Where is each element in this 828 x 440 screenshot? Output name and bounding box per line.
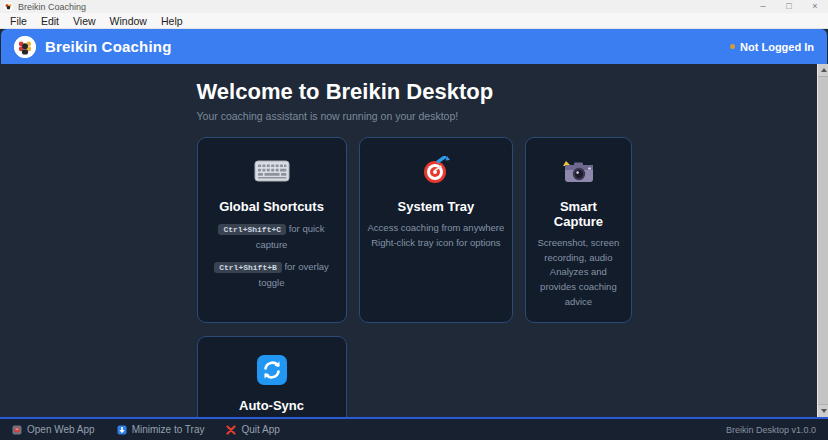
title-bar: Breikin Coaching – □ ×: [0, 0, 828, 13]
quit-app-label: Quit App: [241, 424, 279, 435]
kbd-chip: Ctrl+Shift+C: [218, 224, 286, 235]
scrollbar-up-button[interactable]: [818, 64, 828, 76]
sync-icon: [257, 355, 287, 385]
brand-logo: [14, 36, 36, 58]
card-title: Auto-Sync: [206, 398, 338, 413]
close-window-button[interactable]: ×: [802, 0, 828, 13]
main-content: Welcome to Breikin Desktop Your coaching…: [0, 64, 828, 417]
vertical-scrollbar[interactable]: [817, 64, 828, 417]
card-title: Global Shortcuts: [206, 199, 338, 214]
scrollbar-down-icon: [821, 409, 827, 413]
quit-app-button[interactable]: Quit App: [226, 424, 279, 435]
scrollbar-down-button[interactable]: [818, 405, 828, 417]
menu-edit[interactable]: Edit: [34, 13, 66, 29]
kbd-chip: Ctrl+Shift+B: [214, 262, 282, 273]
app-header: Breikin Coaching Not Logged In: [1, 29, 827, 64]
card-line: Analyzes and provides coaching advice: [534, 265, 622, 309]
menu-view[interactable]: View: [66, 13, 103, 29]
footer-bar: Open Web App Minimize to Tray Quit App B…: [0, 417, 828, 440]
card-auto-sync: Auto-Sync Syncs with mobile app instantl…: [197, 336, 347, 417]
card-line: Access coaching from anywhere: [368, 221, 505, 236]
open-web-app-label: Open Web App: [27, 424, 95, 435]
card-smart-capture: Smart Capture Screenshot, screen recordi…: [525, 137, 631, 323]
card-title: Smart Capture: [534, 199, 622, 229]
app-version: Breikin Desktop v1.0.0: [726, 425, 816, 435]
menu-bar: File Edit View Window Help: [0, 13, 828, 29]
shortcut-overlay-toggle: Ctrl+Shift+B for overlay toggle: [206, 259, 338, 290]
shortcut-quick-capture: Ctrl+Shift+C for quick capture: [206, 221, 338, 252]
page-subtitle: Your coaching assistant is now running o…: [197, 110, 632, 122]
scrollbar-thumb[interactable]: [818, 76, 828, 405]
menu-help[interactable]: Help: [154, 13, 190, 29]
people-logo-icon: [14, 36, 36, 58]
card-global-shortcuts: Global Shortcuts Ctrl+Shift+C for quick …: [197, 137, 347, 323]
card-system-tray: System Tray Access coaching from anywher…: [359, 137, 514, 323]
minimize-tray-icon: [117, 425, 127, 435]
minimize-window-button[interactable]: –: [750, 0, 776, 13]
target-icon: [421, 156, 451, 186]
login-status-label: Not Logged In: [740, 41, 814, 53]
window-title: Breikin Coaching: [18, 2, 86, 12]
login-status[interactable]: Not Logged In: [730, 41, 814, 53]
minimize-to-tray-label: Minimize to Tray: [132, 424, 205, 435]
scrollbar-up-icon: [821, 68, 827, 72]
card-line: Right-click tray icon for options: [368, 236, 505, 251]
open-web-app-button[interactable]: Open Web App: [12, 424, 95, 435]
card-line: Screenshot, screen recording, audio: [534, 236, 622, 265]
menu-window[interactable]: Window: [103, 13, 154, 29]
menu-file[interactable]: File: [3, 13, 34, 29]
quit-icon: [226, 425, 236, 435]
card-title: System Tray: [368, 199, 505, 214]
app-name: Breikin Coaching: [45, 38, 172, 55]
minimize-to-tray-button[interactable]: Minimize to Tray: [117, 424, 205, 435]
status-dot-icon: [730, 44, 735, 49]
app-window-icon: [4, 2, 13, 11]
feature-cards: Global Shortcuts Ctrl+Shift+C for quick …: [197, 137, 632, 417]
camera-icon: [561, 157, 595, 185]
keyboard-icon: [254, 159, 290, 183]
page-title: Welcome to Breikin Desktop: [197, 79, 632, 105]
web-app-icon: [12, 425, 22, 435]
maximize-window-button[interactable]: □: [776, 0, 802, 13]
